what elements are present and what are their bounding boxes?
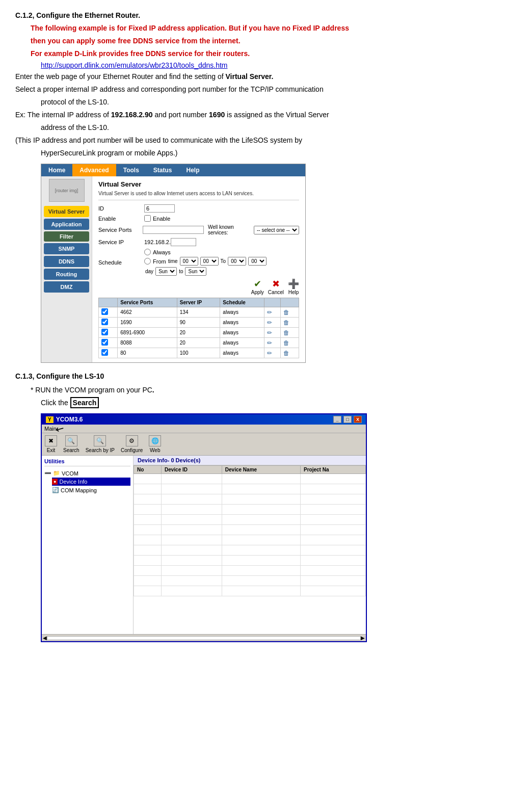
row5-schedule: always	[220, 348, 264, 358]
time-min2[interactable]: 00	[248, 257, 267, 266]
search-button[interactable]: 🔍 Search ↙	[63, 435, 79, 453]
row2-delete[interactable]: 🗑	[283, 319, 289, 326]
search-highlight: Search	[70, 397, 99, 408]
id-label: ID	[98, 205, 144, 212]
row1-delete[interactable]: 🗑	[283, 309, 289, 316]
nav-home[interactable]: Home	[41, 164, 72, 176]
red-line1: The following example is for Fixed IP ad…	[31, 23, 515, 34]
close-button[interactable]: X	[354, 416, 362, 423]
exit-icon: ✖	[45, 435, 57, 446]
click-search-line: Click the Search	[41, 398, 515, 408]
scroll-track[interactable]	[47, 636, 361, 640]
tree-expand-icon: ➖	[44, 470, 51, 477]
sidebar-application[interactable]: Application	[44, 219, 89, 230]
vcom-title-icon: Y	[46, 416, 54, 423]
sidebar-snmp[interactable]: SNMP	[44, 243, 89, 254]
router-main-title: Virtual Server	[98, 180, 299, 188]
day-from-select[interactable]: Sun	[155, 267, 177, 276]
web-icon: 🌐	[149, 435, 161, 446]
id-input[interactable]	[144, 204, 175, 213]
row4-edit[interactable]: ✏	[267, 339, 272, 347]
schedule-always-radio[interactable]	[144, 249, 151, 255]
vcom-scrollbar: ◀ ▶	[42, 634, 366, 641]
row5-delete[interactable]: 🗑	[283, 350, 289, 357]
ex-line: Ex: The internal IP address of 192.168.2…	[15, 110, 515, 120]
scroll-right-btn[interactable]: ▶	[361, 635, 365, 641]
sidebar-routing[interactable]: Routing	[44, 269, 89, 280]
sidebar-virtual-server[interactable]: Virtual Server	[44, 206, 89, 217]
empty-row-2	[134, 484, 366, 494]
sidebar-ddns[interactable]: DDNS	[44, 256, 89, 267]
vcom-window-controls: _ □ X	[333, 416, 362, 423]
col-service-ports: Service Ports	[118, 298, 177, 307]
time-min1[interactable]: 00	[200, 257, 219, 266]
vcom-screenshot: Y YCOM3.6 _ □ X Main ✖ Exit 🔍 Search ↙	[41, 413, 367, 642]
schedule-from-radio[interactable]	[144, 258, 151, 265]
tree-device-info[interactable]: ● Device Info	[52, 478, 130, 486]
time-hour2[interactable]: 00	[228, 257, 246, 266]
to-label: To	[221, 258, 226, 264]
help-button[interactable]: ➕ Help	[288, 278, 299, 295]
nav-help[interactable]: Help	[179, 164, 207, 176]
col-server-ip: Server IP	[177, 298, 220, 307]
table-row: 4662 134 always ✏ 🗑	[99, 307, 299, 318]
row3-ports: 6891-6900	[118, 328, 177, 338]
empty-row-10	[134, 566, 366, 576]
empty-row-1	[134, 474, 366, 484]
scroll-left-btn[interactable]: ◀	[43, 635, 47, 641]
row5-check[interactable]	[101, 349, 108, 356]
row1-check[interactable]	[101, 308, 108, 315]
vcom-main-panel: Device Info- 0 Device(s) No Device ID De…	[134, 456, 366, 634]
row3-delete[interactable]: 🗑	[283, 329, 289, 336]
search-by-ip-button[interactable]: 🔍 Search by IP	[86, 435, 115, 453]
row2-ports: 1690	[118, 318, 177, 328]
enable-checkbox[interactable]	[144, 215, 151, 222]
red-line3: For example D-Link provides free DDNS se…	[31, 48, 515, 59]
minimize-button[interactable]: _	[333, 416, 341, 423]
row4-check[interactable]	[101, 339, 108, 346]
row3-check[interactable]	[101, 329, 108, 335]
row1-edit[interactable]: ✏	[267, 309, 272, 316]
row2-edit[interactable]: ✏	[267, 319, 272, 326]
sidebar-filter[interactable]: Filter	[44, 231, 89, 242]
row4-ip: 20	[177, 338, 220, 348]
nav-status[interactable]: Status	[146, 164, 179, 176]
virtual-server-table: Service Ports Server IP Schedule 4662 13…	[98, 298, 299, 358]
enable-label: Enable	[98, 216, 144, 222]
nav-tools[interactable]: Tools	[116, 164, 146, 176]
tree-com-mapping[interactable]: 🔄 COM Mapping	[52, 486, 130, 494]
time-hour1[interactable]: 00	[180, 257, 198, 266]
nav-advanced[interactable]: Advanced	[72, 164, 116, 176]
row3-edit[interactable]: ✏	[267, 329, 272, 336]
tree-vcom-root[interactable]: ➖ 📁 VCOM	[44, 469, 130, 478]
table-row: 1690 90 always ✏ 🗑	[99, 318, 299, 328]
vcom-header-bar: Device Info- 0 Device(s)	[134, 456, 366, 465]
row5-ports: 80	[118, 348, 177, 358]
col-device-id: Device ID	[161, 466, 222, 474]
row4-delete[interactable]: 🗑	[283, 339, 289, 347]
row2-schedule: always	[220, 318, 264, 328]
apply-button[interactable]: ✔ Apply	[251, 278, 264, 295]
day-to-select[interactable]: Sun	[185, 267, 206, 276]
sidebar-dmz[interactable]: DMZ	[44, 281, 89, 293]
router-sidebar: [router img] Virtual Server Application …	[41, 176, 92, 362]
empty-row-4	[134, 505, 366, 515]
com-mapping-icon: 🔄	[52, 487, 59, 493]
dlink-url[interactable]: http://support.dlink.com/emulators/wbr23…	[41, 61, 228, 69]
schedule-label: Schedule	[98, 259, 144, 266]
row5-edit[interactable]: ✏	[267, 350, 272, 357]
service-ip-input[interactable]	[171, 238, 196, 246]
maximize-button[interactable]: □	[343, 416, 352, 423]
form-enable-row: Enable Enable	[98, 215, 299, 222]
to-day-label: to	[179, 269, 183, 274]
empty-row-7	[134, 535, 366, 545]
search-icon: 🔍	[65, 435, 77, 446]
service-ports-input[interactable]	[143, 226, 204, 234]
well-known-select[interactable]: -- select one --	[254, 226, 299, 234]
configure-button[interactable]: ⚙ Configure	[121, 435, 143, 453]
web-button[interactable]: 🌐 Web	[149, 435, 161, 453]
cancel-button[interactable]: ✖ Cancel	[268, 278, 284, 295]
row2-check[interactable]	[101, 319, 108, 325]
exit-button[interactable]: ✖ Exit	[45, 435, 57, 453]
col-device-name: Device Name	[222, 466, 300, 474]
